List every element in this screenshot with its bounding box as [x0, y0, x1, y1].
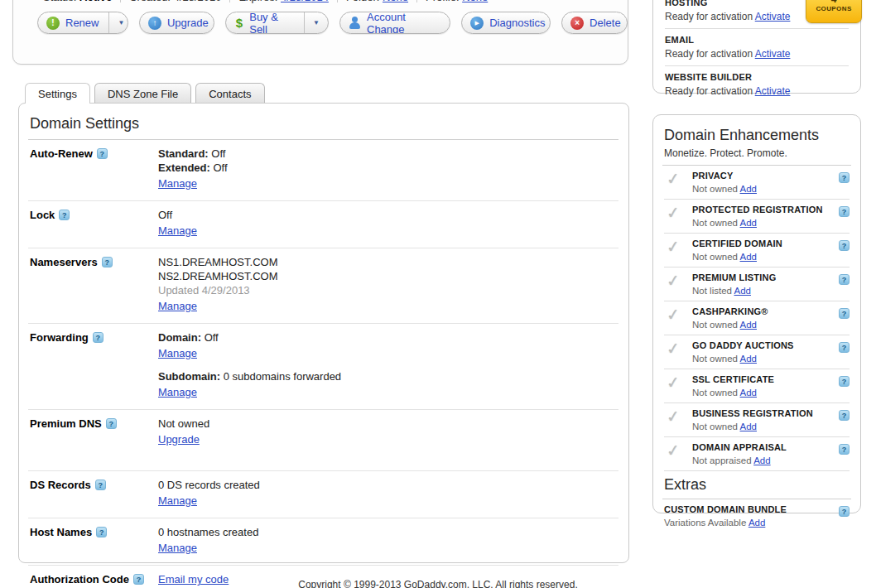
help-icon[interactable]: ?	[97, 148, 108, 159]
account-change-button[interactable]: Account Change	[339, 12, 450, 34]
help-icon[interactable]: ?	[839, 274, 850, 285]
custom-domain-bundle-add-link[interactable]: Add	[748, 518, 765, 528]
email-activate-link[interactable]: Activate	[755, 48, 791, 60]
auto-renew-manage-link[interactable]: Manage	[158, 177, 197, 190]
buy-sell-dropdown-caret[interactable]: ▼	[304, 12, 328, 33]
auto-renew-value: Standard: Off Extended: Off Manage	[158, 147, 617, 191]
divider	[416, 0, 417, 2]
custom-domain-bundle-status-text: Variations Available	[664, 518, 746, 528]
host-names-label: Host Names	[30, 526, 92, 538]
help-icon[interactable]: ?	[839, 206, 850, 217]
delete-button[interactable]: × Delete	[561, 12, 628, 34]
domain-appraisal-add-link[interactable]: Add	[753, 455, 770, 465]
folder-link[interactable]: None	[383, 0, 408, 3]
help-icon[interactable]: ?	[106, 418, 117, 429]
extended-label: Extended:	[158, 161, 210, 174]
nameservers-label: Nameservers	[30, 256, 98, 268]
domain-meta-row: Status: Active Created: 4/28/2010 Expire…	[43, 0, 488, 3]
business-registration-add-link[interactable]: Add	[740, 422, 757, 431]
renew-button-main[interactable]: ! Renew	[38, 12, 108, 33]
renew-button[interactable]: ! Renew ▼	[37, 12, 128, 34]
domain-details-page: USTRIATHLON.COM Status: Active Created: …	[0, 0, 876, 588]
help-icon[interactable]: ?	[93, 332, 103, 343]
cashparking-add-link[interactable]: Add	[740, 320, 757, 330]
tab-settings[interactable]: Settings	[25, 83, 90, 104]
enhancement-row-protected-registration: ✓ PROTECTED REGISTRATION Not owned Add ?	[664, 200, 850, 234]
help-icon[interactable]: ?	[839, 308, 850, 319]
delete-icon: ×	[570, 17, 584, 30]
ssl-certificate-add-link[interactable]: Add	[740, 388, 757, 398]
account-change-label: Account Change	[367, 12, 440, 34]
delete-button-main[interactable]: × Delete	[562, 12, 628, 33]
diagnostics-button[interactable]: ▶ Diagnostics	[461, 12, 551, 34]
privacy-add-link[interactable]: Add	[740, 184, 757, 194]
upgrade-button-main[interactable]: ↑ Upgrade	[140, 12, 215, 33]
buy-sell-label: Buy & Sell	[249, 12, 294, 34]
ssl-certificate-status: Not owned Add	[692, 388, 835, 398]
website-builder-status: Ready for activation Activate	[665, 85, 849, 97]
diagnostics-button-main[interactable]: ▶ Diagnostics	[462, 12, 551, 33]
custom-domain-bundle-row: CUSTOM DOMAIN BUNDLE Variations Availabl…	[664, 499, 850, 533]
website-builder-activate-link[interactable]: Activate	[755, 85, 791, 97]
expires-date-link[interactable]: 4/28/2014	[281, 0, 329, 3]
forwarding-domain-value: Off	[205, 331, 219, 344]
renew-dropdown-caret[interactable]: ▼	[108, 12, 128, 33]
help-icon[interactable]: ?	[96, 527, 107, 537]
forwarding-row: Forwarding ? Domain: Off Manage Subdomai…	[28, 324, 618, 410]
check-icon: ✓	[663, 339, 693, 358]
buy-sell-button-main[interactable]: $ Buy & Sell	[226, 12, 304, 33]
help-icon[interactable]: ?	[839, 410, 850, 421]
cashparking-status: Not owned Add	[692, 320, 835, 330]
website-builder-service-row: WEBSITE BUILDER Ready for activation Act…	[665, 72, 849, 103]
host-names-value: 0 hostnames created Manage	[158, 526, 617, 556]
lock-value: Off Manage	[158, 209, 617, 239]
help-icon[interactable]: ?	[839, 342, 850, 353]
coupons-badge[interactable]: 4 COUPONS	[806, 0, 862, 23]
premium-listing-status-text: Not listed	[692, 286, 732, 296]
check-icon: ✓	[663, 169, 693, 188]
go-daddy-auctions-add-link[interactable]: Add	[740, 354, 757, 364]
nameserver-2: NS2.DREAMHOST.COM	[158, 270, 617, 283]
hosting-activate-link[interactable]: Activate	[755, 11, 791, 22]
account-change-button-main[interactable]: Account Change	[340, 12, 450, 33]
enhancement-row-privacy: ✓ PRIVACY Not owned Add ?	[664, 166, 850, 200]
help-icon[interactable]: ?	[95, 480, 106, 490]
help-icon[interactable]: ?	[59, 210, 70, 220]
renew-icon: !	[46, 17, 60, 30]
enhancement-row-cashparking: ✓ CASHPARKING® Not owned Add ?	[664, 301, 850, 335]
ds-records-manage-link[interactable]: Manage	[158, 494, 197, 507]
enhancement-row-business-registration: ✓ BUSINESS REGISTRATION Not owned Add ?	[664, 403, 850, 437]
host-names-manage-link[interactable]: Manage	[158, 542, 197, 554]
profile-link[interactable]: None	[462, 0, 488, 3]
premium-dns-label: Premium DNS	[30, 417, 102, 430]
help-icon[interactable]: ?	[839, 506, 850, 517]
tab-dns-zone-file[interactable]: DNS Zone File	[94, 83, 191, 103]
ds-records-label-group: DS Records ?	[30, 479, 158, 508]
nameservers-manage-link[interactable]: Manage	[158, 300, 197, 312]
tab-contacts[interactable]: Contacts	[195, 83, 264, 103]
help-icon[interactable]: ?	[839, 444, 850, 455]
premium-dns-upgrade-link[interactable]: Upgrade	[158, 433, 200, 446]
status-label-text: Status:	[43, 0, 76, 3]
domain-header-card: USTRIATHLON.COM Status: Active Created: …	[12, 0, 628, 65]
help-icon[interactable]: ?	[839, 376, 850, 387]
certified-domain-add-link[interactable]: Add	[740, 252, 757, 262]
help-icon[interactable]: ?	[839, 240, 850, 251]
upgrade-button[interactable]: ↑ Upgrade	[139, 12, 215, 34]
folder-label-text: Folder:	[346, 0, 379, 3]
profile-label: Profile: None	[426, 0, 488, 3]
protected-registration-add-link[interactable]: Add	[740, 218, 757, 228]
forwarding-subdomain-manage-link[interactable]: Manage	[158, 386, 197, 398]
nameservers-updated: Updated 4/29/2013	[158, 284, 617, 297]
help-icon[interactable]: ?	[839, 172, 850, 183]
upgrade-label: Upgrade	[167, 17, 209, 29]
premium-listing-add-link[interactable]: Add	[734, 286, 751, 296]
email-service-row: EMAIL Ready for activation Activate	[665, 35, 849, 66]
certified-domain-label: CERTIFIED DOMAIN	[692, 239, 835, 249]
buy-sell-button[interactable]: $ Buy & Sell ▼	[225, 12, 329, 34]
lock-manage-link[interactable]: Manage	[158, 224, 197, 237]
profile-label-text: Profile:	[426, 0, 459, 3]
forwarding-subdomain-label: Subdomain:	[158, 370, 220, 383]
forwarding-domain-manage-link[interactable]: Manage	[158, 347, 197, 359]
help-icon[interactable]: ?	[102, 257, 113, 267]
